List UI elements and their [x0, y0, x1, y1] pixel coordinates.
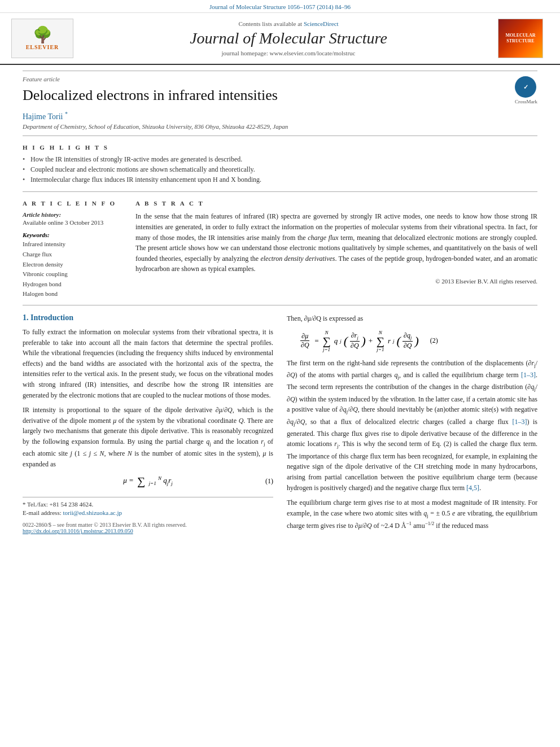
keyword-4: Vibronic coupling — [23, 269, 124, 279]
footer-doi: http://dx.doi.org/10.1016/j.molstruc.201… — [23, 528, 273, 534]
footnote-tel: * Tel./fax: +81 54 238 4624. — [23, 501, 273, 508]
highlight-item-1: How the IR intensities of strongly IR-ac… — [23, 155, 537, 164]
section1-title: 1. Introduction — [23, 313, 273, 322]
history-label: Article history: — [23, 211, 124, 218]
elsevier-logo: 🌳 ELSEVIER — [11, 19, 73, 58]
body-content: 1. Introduction To fully extract the inf… — [23, 313, 537, 536]
eq2-frac2: ∂rj ∂Q — [349, 331, 360, 350]
highlight-item-2: Coupled nuclear and electronic motions a… — [23, 165, 537, 174]
elsevier-logo-area: 🌳 ELSEVIER — [11, 19, 79, 58]
eq2-sum2-container: N ∑ j=1 — [377, 330, 384, 352]
ref4-5-link[interactable]: [4,5] — [466, 484, 479, 492]
info-abstract-section: A R T I C L E I N F O Article history: A… — [23, 200, 537, 305]
main-content: ✓ CrossMark Feature article Delocalized … — [0, 65, 560, 547]
available-online: Available online 3 October 2013 — [23, 219, 124, 226]
copyright-line: © 2013 Elsevier B.V. All rights reserved… — [135, 278, 537, 285]
bottom-footer: 0022-2860/$ – see front matter © 2013 El… — [23, 522, 273, 534]
body-left-col: 1. Introduction To fully extract the inf… — [23, 313, 273, 536]
abstract-heading: A B S T R A C T — [135, 200, 537, 207]
footnote-area: * Tel./fax: +81 54 238 4624. E-mail addr… — [23, 497, 273, 516]
journal-header: 🌳 ELSEVIER Contents lists available at S… — [0, 13, 560, 65]
equation-1-block: μ = ∑ j=1 N qjrj (1) — [23, 475, 273, 488]
keywords-list: Infrared intensity Charge flux Electron … — [23, 239, 124, 299]
crossmark-area: ✓ CrossMark — [515, 76, 537, 104]
elsevier-text: ELSEVIER — [26, 44, 59, 50]
sum-index-1: j=1 — [149, 481, 156, 487]
eq2-frac3: ∂qj ∂Q — [403, 331, 413, 350]
journal-cover-image: MOLECULARSTRUCTURE — [498, 19, 543, 58]
journal-homepage: journal homepage: www.elsevier.com/locat… — [79, 50, 498, 56]
right-para1: The first term on the right-hand side re… — [287, 358, 537, 493]
eq2-paren2: ( ∂qj ∂Q ) — [397, 331, 419, 350]
journal-citation-bar: Journal of Molecular Structure 1056–1057… — [0, 0, 560, 13]
keyword-2: Charge flux — [23, 250, 124, 260]
article-info-col: A R T I C L E I N F O Article history: A… — [23, 200, 124, 299]
doi-link[interactable]: http://dx.doi.org/10.1016/j.molstruc.201… — [23, 528, 133, 534]
abstract-text: In the sense that the main features of i… — [135, 211, 537, 274]
summation-symbol-1: ∑ — [137, 475, 145, 487]
equation-2-number: (2) — [430, 337, 438, 345]
summation-symbol-3: ∑ — [377, 335, 384, 347]
section1-para1: To fully extract the information on mole… — [23, 327, 273, 400]
highlights-section: H I G H L I G H T S How the IR intensiti… — [23, 144, 537, 192]
charge-flux-italic: charge flux — [308, 234, 338, 242]
then-line: Then, ∂μ/∂Q is expressed as — [287, 313, 537, 324]
affiliation: Department of Chemistry, School of Educa… — [23, 123, 537, 136]
footer-issn: 0022-2860/$ – see front matter © 2013 El… — [23, 522, 273, 528]
eq2-frac1: ∂μ ∂Q — [300, 332, 310, 350]
keywords-section: Keywords: Infrared intensity Charge flux… — [23, 231, 124, 299]
keyword-3: Electron density — [23, 260, 124, 270]
journal-cover-area: MOLECULARSTRUCTURE — [498, 19, 549, 58]
keywords-label: Keywords: — [23, 231, 124, 238]
equation-2-content: ∂μ ∂Q = N ∑ j=1 qj ( ∂rj — [298, 330, 419, 352]
keyword-6: Halogen bond — [23, 289, 124, 299]
journal-name: Journal of Molecular Structure — [79, 29, 498, 47]
eq2-sum1-container: N ∑ j=1 — [322, 330, 330, 352]
body-right-col: Then, ∂μ/∂Q is expressed as ∂μ ∂Q = N ∑ … — [287, 313, 537, 536]
keyword-1: Infrared intensity — [23, 239, 124, 250]
right-para2: The equilibrium charge term gives rise t… — [287, 497, 537, 531]
crossmark-badge: ✓ — [515, 76, 536, 98]
highlights-list: How the IR intensities of strongly IR-ac… — [23, 155, 537, 184]
section1-para2: IR intensity is proportional to the squa… — [23, 405, 273, 469]
author-sup: * — [65, 111, 68, 117]
footnote-email: E-mail address: torii@ed.shizuoka.ac.jp — [23, 509, 273, 516]
crossmark-label: CrossMark — [515, 99, 537, 104]
contents-available-line: Contents lists available at ScienceDirec… — [79, 20, 498, 27]
journal-citation: Journal of Molecular Structure 1056–1057… — [209, 3, 351, 10]
sciencedirect-link[interactable]: ScienceDirect — [304, 20, 339, 27]
ref1-3-link2[interactable]: [1–3] — [512, 418, 527, 426]
footnote-email-link[interactable]: torii@ed.shizuoka.ac.jp — [63, 509, 122, 516]
tree-icon: 🌳 — [33, 27, 53, 43]
ref1-3-link1[interactable]: [1–3] — [521, 371, 536, 379]
feature-article-label: Feature article — [23, 71, 537, 82]
journal-title-area: Contents lists available at ScienceDirec… — [79, 20, 498, 56]
highlights-heading: H I G H L I G H T S — [23, 144, 537, 151]
eq2-paren1: ( ∂rj ∂Q ) — [344, 331, 366, 350]
crossmark-icon: ✓ — [523, 84, 528, 91]
keyword-5: Hydrogen bond — [23, 279, 124, 290]
author-name: Hajime Torii * — [23, 111, 537, 121]
equation-1-number: (1) — [265, 477, 273, 486]
highlight-item-3: Intermolecular charge flux induces IR in… — [23, 176, 537, 184]
abstract-col: A B S T R A C T In the sense that the ma… — [135, 200, 537, 299]
article-info-heading: A R T I C L E I N F O — [23, 200, 124, 207]
sum-upper-1: N — [158, 476, 161, 482]
article-history: Article history: Available online 3 Octo… — [23, 211, 124, 226]
equation-2-block: ∂μ ∂Q = N ∑ j=1 qj ( ∂rj — [287, 330, 537, 352]
summation-symbol-2: ∑ — [322, 335, 330, 347]
equation-1-content: μ = ∑ j=1 N qjrj — [123, 475, 173, 488]
article-title: Delocalized electrons in infrared intens… — [23, 86, 537, 105]
electron-density-italic: electron density derivatives — [260, 255, 335, 263]
